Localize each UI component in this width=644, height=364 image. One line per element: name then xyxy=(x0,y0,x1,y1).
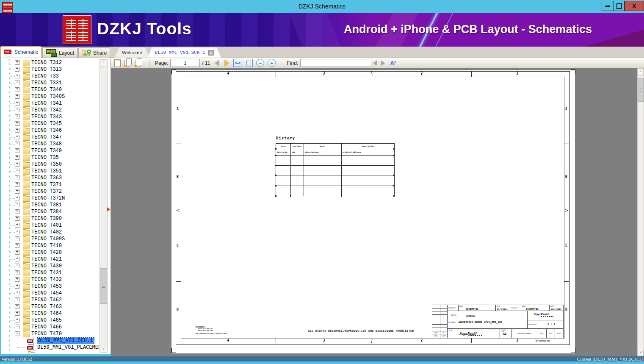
tree-folder[interactable]: +TECNO T372N xyxy=(1,195,99,202)
tree-folder[interactable]: +TECNO T351 xyxy=(1,168,99,175)
tree-folder[interactable]: +TECNO T348 xyxy=(1,141,99,147)
expand-icon[interactable]: + xyxy=(15,94,19,99)
tree-folder[interactable]: +TECNO T33 xyxy=(1,73,99,80)
tree-folder[interactable]: +TECNO T466 xyxy=(1,324,99,331)
tree-folder[interactable]: +TECNO T454 xyxy=(1,290,99,297)
tab-schematic[interactable]: PDFSchematic xyxy=(0,46,41,58)
tree-folder[interactable]: +TECNO T421 xyxy=(1,256,99,263)
expand-icon[interactable]: + xyxy=(15,236,19,241)
expand-icon[interactable]: + xyxy=(15,135,19,139)
expand-icon[interactable]: + xyxy=(15,101,19,106)
scroll-down-icon[interactable]: v xyxy=(100,345,107,352)
expand-icon[interactable]: + xyxy=(15,230,19,234)
tree-folder[interactable]: +TECNO T402 xyxy=(1,229,99,236)
tree-folder[interactable]: +TECNO T372 xyxy=(1,188,99,195)
expand-icon[interactable]: + xyxy=(15,203,19,207)
expand-icon[interactable]: + xyxy=(15,74,19,78)
expand-icon[interactable]: + xyxy=(15,243,19,248)
tree-folder[interactable]: +TECNO T347 xyxy=(1,134,99,141)
expand-icon[interactable]: + xyxy=(15,284,19,289)
tree-folder[interactable]: +TECNO T410 xyxy=(1,242,99,249)
tree-folder[interactable]: +TECNO T401 xyxy=(1,222,99,229)
expand-icon[interactable]: + xyxy=(15,325,19,329)
find-input[interactable] xyxy=(300,59,371,67)
tree-folder[interactable]: +TECNO T381 xyxy=(1,202,99,208)
scroll-down-icon[interactable]: v xyxy=(638,349,644,356)
expand-icon[interactable]: + xyxy=(15,87,19,92)
tree-folder[interactable]: +TECNO T453 xyxy=(1,283,99,290)
expand-icon[interactable]: + xyxy=(15,297,19,302)
sidebar-scroll-thumb[interactable] xyxy=(100,268,107,304)
expand-icon[interactable]: + xyxy=(15,257,19,261)
tree-folder[interactable]: +TECNO T340S xyxy=(1,93,99,100)
expand-icon[interactable]: + xyxy=(15,60,19,65)
tree-folder[interactable]: +TECNO T430 xyxy=(1,263,99,270)
tree-folder[interactable]: +TECNO T312 xyxy=(1,59,99,66)
expand-icon[interactable]: + xyxy=(15,196,19,200)
fit-page-button[interactable] xyxy=(245,59,253,67)
expand-icon[interactable]: + xyxy=(15,162,19,167)
copy-page-icon[interactable] xyxy=(124,60,130,67)
tree-folder[interactable]: +TECNO T463 xyxy=(1,303,99,310)
tree-folder[interactable]: +TECNO T346 xyxy=(1,127,99,134)
expand-icon[interactable]: + xyxy=(15,114,19,119)
tab-layout[interactable]: PADSLayout xyxy=(42,47,77,58)
tree-folder[interactable]: +TECNO T462 xyxy=(1,297,99,303)
tree-folder[interactable]: +TECNO T342 xyxy=(1,107,99,114)
scroll-up-icon[interactable]: ^ xyxy=(638,69,644,76)
expand-icon[interactable]: + xyxy=(15,81,19,85)
expand-icon[interactable]: + xyxy=(15,128,19,133)
maximize-button[interactable] xyxy=(614,1,625,11)
expand-icon[interactable]: + xyxy=(15,318,19,322)
tree-folder[interactable]: -TECNO T470 xyxy=(1,331,99,337)
tree-folder[interactable]: +TECNO T313 xyxy=(1,66,99,73)
main-scrollbar[interactable]: ^ v xyxy=(637,68,644,356)
tree-file[interactable]: PDFDL59_MMI_V01.SCH.1 xyxy=(1,337,99,344)
expand-icon[interactable]: + xyxy=(15,223,19,228)
doc-tab-welcome[interactable]: Welcome xyxy=(115,47,149,58)
tree-file[interactable]: PDFDL59_MMI_V01_PLACEMENT xyxy=(1,344,99,351)
tree-folder[interactable]: +TECNO T464 xyxy=(1,310,99,317)
tree-folder[interactable]: +TECNO T431 xyxy=(1,270,99,276)
expand-icon[interactable]: + xyxy=(15,311,19,316)
expand-icon[interactable]: + xyxy=(15,108,19,112)
schematic-viewport[interactable]: 44332211AABBCCDD ∧ ∨ < > History DateVer… xyxy=(111,68,637,356)
tree-folder[interactable]: +TECNO T349 xyxy=(1,147,99,154)
expand-icon[interactable]: + xyxy=(15,277,19,282)
tree-folder[interactable]: +TECNO T345 xyxy=(1,120,99,127)
close-button[interactable]: X xyxy=(625,1,644,11)
tree-folder[interactable]: +TECNO T390 xyxy=(1,215,99,222)
tree-folder[interactable]: +TECNO T420 xyxy=(1,249,99,256)
paste-page-icon[interactable] xyxy=(135,60,141,67)
page-number-input[interactable] xyxy=(170,59,200,67)
fit-width-button[interactable]: <-> xyxy=(233,59,241,67)
expand-icon[interactable]: + xyxy=(15,270,19,275)
tree-folder[interactable]: +TECNO T341 xyxy=(1,100,99,107)
tab-share[interactable]: +Share xyxy=(78,47,110,58)
tree-folder[interactable]: +TECNO T35 xyxy=(1,154,99,161)
expand-icon[interactable]: + xyxy=(15,121,19,126)
minimize-button[interactable] xyxy=(602,1,614,11)
zoom-out-button[interactable]: − xyxy=(256,59,264,67)
expand-icon[interactable]: + xyxy=(15,142,19,146)
expand-icon[interactable]: + xyxy=(15,264,19,268)
expand-icon[interactable]: + xyxy=(15,291,19,295)
expand-icon[interactable]: + xyxy=(15,250,19,255)
expand-icon[interactable]: + xyxy=(15,304,19,309)
next-page-button[interactable] xyxy=(224,60,229,67)
splitter-arrow[interactable] xyxy=(107,207,110,211)
tree-folder[interactable]: +TECNO T432 xyxy=(1,276,99,283)
tree-folder[interactable]: +TECNO T343 xyxy=(1,114,99,120)
tree-folder[interactable]: +TECNO T465 xyxy=(1,317,99,324)
sidebar-scrollbar[interactable]: ^ v xyxy=(100,59,108,353)
expand-icon[interactable]: + xyxy=(15,155,19,160)
main-scroll-thumb[interactable] xyxy=(638,78,644,102)
find-previous-button[interactable] xyxy=(373,61,377,66)
tree-folder[interactable]: +TECNO T363 xyxy=(1,175,99,181)
expand-icon[interactable]: + xyxy=(15,189,19,194)
scroll-up-icon[interactable]: ^ xyxy=(100,60,107,67)
previous-page-button[interactable] xyxy=(215,60,219,67)
expand-icon[interactable]: + xyxy=(15,148,19,153)
expand-icon[interactable]: + xyxy=(15,67,19,72)
tree-folder[interactable]: +TECNO T350 xyxy=(1,161,99,168)
